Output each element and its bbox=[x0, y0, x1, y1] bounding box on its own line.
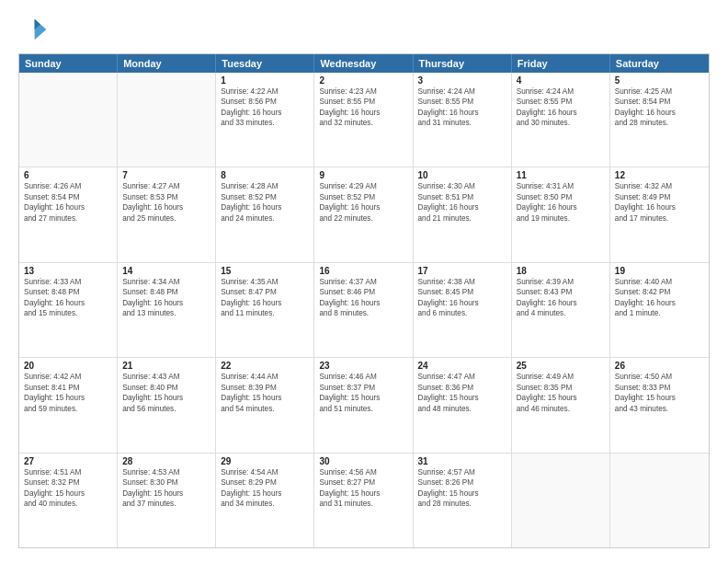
cell-line: and 19 minutes. bbox=[517, 213, 605, 224]
cell-line: Daylight: 16 hours bbox=[615, 202, 704, 213]
cell-line: Sunrise: 4:22 AM bbox=[221, 86, 309, 97]
cell-line: Sunset: 8:53 PM bbox=[122, 192, 210, 202]
day-number: 4 bbox=[517, 75, 605, 86]
cell-line: Daylight: 15 hours bbox=[418, 393, 506, 403]
cell-line: Sunset: 8:29 PM bbox=[221, 477, 309, 488]
day-number: 31 bbox=[418, 456, 506, 466]
cell-line: Sunrise: 4:34 AM bbox=[122, 277, 210, 287]
calendar-row: 27Sunrise: 4:51 AMSunset: 8:32 PMDayligh… bbox=[19, 453, 709, 547]
day-number: 19 bbox=[615, 266, 704, 276]
cell-line: Sunrise: 4:56 AM bbox=[319, 467, 407, 477]
cell-line: Sunrise: 4:47 AM bbox=[418, 372, 506, 382]
day-number: 28 bbox=[122, 456, 210, 466]
cell-line: Sunrise: 4:40 AM bbox=[615, 277, 704, 287]
calendar-header-cell: Tuesday bbox=[216, 54, 314, 73]
cell-line: Daylight: 15 hours bbox=[615, 393, 704, 403]
cell-line: Sunrise: 4:33 AM bbox=[24, 277, 112, 287]
calendar-cell: 2Sunrise: 4:23 AMSunset: 8:55 PMDaylight… bbox=[314, 73, 413, 167]
cell-line: and 28 minutes. bbox=[615, 118, 704, 128]
cell-line: Sunset: 8:37 PM bbox=[319, 383, 407, 393]
cell-line: Sunset: 8:56 PM bbox=[221, 97, 309, 107]
cell-line: Daylight: 15 hours bbox=[122, 393, 210, 403]
cell-line: Sunset: 8:33 PM bbox=[615, 383, 704, 393]
calendar-header: SundayMondayTuesdayWednesdayThursdayFrid… bbox=[19, 54, 709, 73]
cell-line: and 11 minutes. bbox=[221, 308, 309, 318]
day-number: 15 bbox=[221, 266, 309, 276]
day-number: 17 bbox=[418, 266, 506, 276]
cell-line: Sunrise: 4:46 AM bbox=[319, 372, 407, 382]
cell-line: Sunset: 8:55 PM bbox=[319, 97, 407, 107]
day-number: 30 bbox=[319, 456, 407, 466]
cell-line: Daylight: 16 hours bbox=[319, 202, 407, 213]
calendar-header-cell: Wednesday bbox=[314, 54, 413, 73]
cell-line: and 4 minutes. bbox=[517, 308, 605, 318]
cell-line: Sunset: 8:49 PM bbox=[615, 192, 704, 202]
calendar-header-cell: Sunday bbox=[19, 54, 118, 73]
calendar-cell bbox=[610, 454, 709, 547]
cell-line: Sunrise: 4:30 AM bbox=[418, 181, 506, 191]
calendar-cell: 15Sunrise: 4:35 AMSunset: 8:47 PMDayligh… bbox=[216, 263, 314, 357]
cell-line: and 56 minutes. bbox=[122, 404, 210, 414]
cell-line: Daylight: 15 hours bbox=[418, 488, 506, 499]
page: SundayMondayTuesdayWednesdayThursdayFrid… bbox=[0, 0, 728, 563]
day-number: 3 bbox=[418, 75, 506, 86]
calendar-cell: 6Sunrise: 4:26 AMSunset: 8:54 PMDaylight… bbox=[19, 167, 118, 261]
cell-line: Daylight: 15 hours bbox=[517, 393, 605, 403]
cell-line: Sunrise: 4:24 AM bbox=[418, 86, 506, 97]
cell-line: Sunrise: 4:28 AM bbox=[221, 181, 309, 191]
cell-line: Sunset: 8:45 PM bbox=[418, 287, 506, 297]
day-number: 23 bbox=[319, 361, 407, 371]
cell-line: and 54 minutes. bbox=[221, 404, 309, 414]
calendar-cell: 1Sunrise: 4:22 AMSunset: 8:56 PMDaylight… bbox=[216, 73, 314, 167]
calendar-cell: 22Sunrise: 4:44 AMSunset: 8:39 PMDayligh… bbox=[216, 358, 314, 452]
cell-line: Sunset: 8:54 PM bbox=[24, 192, 112, 202]
cell-line: Daylight: 15 hours bbox=[319, 393, 407, 403]
cell-line: Sunset: 8:50 PM bbox=[517, 192, 605, 202]
day-number: 5 bbox=[615, 75, 704, 86]
cell-line: Sunset: 8:55 PM bbox=[517, 97, 605, 107]
calendar-cell: 26Sunrise: 4:50 AMSunset: 8:33 PMDayligh… bbox=[610, 358, 709, 452]
calendar-cell bbox=[512, 454, 610, 547]
cell-line: Daylight: 16 hours bbox=[418, 298, 506, 308]
cell-line: Daylight: 15 hours bbox=[24, 488, 112, 499]
cell-line: and 24 minutes. bbox=[221, 213, 309, 224]
cell-line: Sunset: 8:42 PM bbox=[615, 287, 704, 297]
cell-line: Sunset: 8:54 PM bbox=[615, 97, 704, 107]
cell-line: Sunset: 8:46 PM bbox=[319, 287, 407, 297]
cell-line: and 28 minutes. bbox=[418, 499, 506, 509]
cell-line: Daylight: 16 hours bbox=[24, 202, 112, 213]
cell-line: Sunset: 8:52 PM bbox=[319, 192, 407, 202]
day-number: 21 bbox=[122, 361, 210, 371]
day-number: 26 bbox=[615, 361, 704, 371]
cell-line: Sunset: 8:47 PM bbox=[221, 287, 309, 297]
calendar-row: 20Sunrise: 4:42 AMSunset: 8:41 PMDayligh… bbox=[19, 357, 709, 452]
cell-line: and 27 minutes. bbox=[24, 213, 112, 224]
cell-line: Sunset: 8:52 PM bbox=[221, 192, 309, 202]
day-number: 6 bbox=[24, 170, 112, 180]
cell-line: and 37 minutes. bbox=[122, 499, 210, 509]
cell-line: Sunrise: 4:49 AM bbox=[517, 372, 605, 382]
day-number: 22 bbox=[221, 361, 309, 371]
cell-line: and 21 minutes. bbox=[418, 213, 506, 224]
cell-line: Sunrise: 4:35 AM bbox=[221, 277, 309, 287]
calendar-header-cell: Friday bbox=[512, 54, 610, 73]
cell-line: Daylight: 15 hours bbox=[24, 393, 112, 403]
cell-line: Daylight: 16 hours bbox=[221, 202, 309, 213]
cell-line: Sunrise: 4:29 AM bbox=[319, 181, 407, 191]
day-number: 29 bbox=[221, 456, 309, 466]
cell-line: Sunrise: 4:37 AM bbox=[319, 277, 407, 287]
cell-line: and 51 minutes. bbox=[319, 404, 407, 414]
calendar-body: 1Sunrise: 4:22 AMSunset: 8:56 PMDaylight… bbox=[19, 73, 709, 547]
cell-line: Sunrise: 4:39 AM bbox=[517, 277, 605, 287]
calendar-row: 13Sunrise: 4:33 AMSunset: 8:48 PMDayligh… bbox=[19, 262, 709, 357]
cell-line: Daylight: 16 hours bbox=[615, 298, 704, 308]
calendar-cell: 3Sunrise: 4:24 AMSunset: 8:55 PMDaylight… bbox=[414, 73, 512, 167]
cell-line: Sunset: 8:27 PM bbox=[319, 477, 407, 488]
cell-line: and 30 minutes. bbox=[517, 118, 605, 128]
cell-line: Daylight: 16 hours bbox=[517, 108, 605, 118]
cell-line: and 17 minutes. bbox=[615, 213, 704, 224]
calendar: SundayMondayTuesdayWednesdayThursdayFrid… bbox=[18, 53, 710, 548]
logo bbox=[18, 15, 51, 44]
calendar-cell bbox=[118, 73, 216, 167]
calendar-cell: 10Sunrise: 4:30 AMSunset: 8:51 PMDayligh… bbox=[414, 167, 512, 261]
